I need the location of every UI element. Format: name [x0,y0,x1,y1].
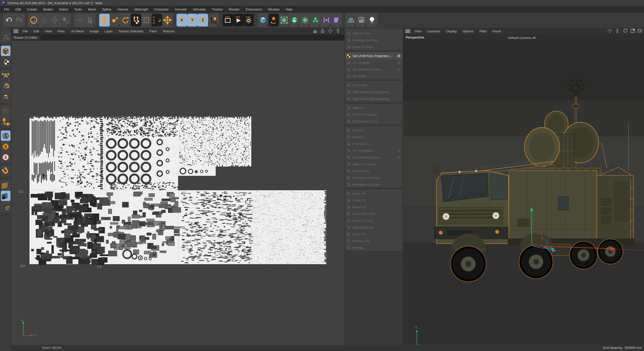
menu-file[interactable]: File [1,6,12,13]
uv-command-paste-uv[interactable]: Paste UV [345,197,402,204]
toggle-views-icon[interactable] [630,28,635,34]
uv-command-line-up-uv[interactable]: Line Up UV [345,140,402,147]
texture-mode-button[interactable] [1,57,10,67]
uv-menu-textures[interactable]: Textures [160,28,178,35]
lock-z-button[interactable]: Z [198,14,208,27]
axis-mode-button[interactable] [1,117,10,127]
transfer-axes-dim-button[interactable] [50,14,60,27]
snap-mode-button[interactable]: S [1,141,10,152]
uv-command-reset-uv[interactable]: Reset UV [345,204,402,210]
menu-tracker[interactable]: Tracker [209,6,226,13]
uv-menu-edit[interactable]: Edit [30,28,42,35]
menu-select[interactable]: Select [56,6,71,13]
menu-mesh[interactable]: Mesh [85,6,99,13]
gear-icon[interactable] [397,54,401,58]
menu-render[interactable]: Render [226,6,242,13]
uv-command-uv-peeler[interactable]: UV Peeler [345,82,402,89]
uv-command-flip-sequence[interactable]: Flip Sequence [345,224,402,231]
zoom-icon[interactable] [336,28,340,34]
model-mode-button[interactable] [1,46,10,56]
viewport-menu-panel[interactable]: Panel [490,28,504,35]
snap-magnet-button[interactable] [131,14,141,27]
uv-command-add-uv-pins[interactable]: Add UV Pins [345,30,402,37]
uv-command-uv-straighten[interactable]: UV Straighten... [345,147,402,154]
undo-button[interactable] [4,14,14,27]
uv-command-max-uv[interactable]: Max UV [345,104,402,111]
render-settings-button[interactable] [244,14,254,27]
uv-command-remap[interactable]: Remap... [345,244,402,251]
viewport-menu-hamburger-icon[interactable] [405,29,410,33]
uv-menu-texture-selection[interactable]: Texture Selection [116,28,146,35]
selection-frame-dim-button[interactable] [141,14,152,27]
uv-command-unstitch-uv[interactable]: Unstitch UV [345,168,402,174]
volume-builder-button[interactable] [310,14,321,27]
uv-menu-file[interactable]: File [20,28,30,35]
psr-button[interactable]: PSR [152,14,162,27]
field-button[interactable] [321,14,331,27]
uv-command-start-interactive-mapping[interactable]: Start Interactive Mapping [345,89,402,95]
workplane-mode-button[interactable] [1,106,10,116]
uv-menu-image[interactable]: Image [87,28,102,35]
gear-arrow-dim-button[interactable] [74,14,85,27]
uv-command-remove-uv-pins[interactable]: Remove UV Pins [345,37,402,44]
uv-command-cycle-uv-ccw[interactable]: Cycle UV CCW [345,210,402,217]
uv-command-copy-uv[interactable]: Copy UV [345,190,402,197]
lock-y-button[interactable]: Y [187,14,198,27]
uv-editor-canvas-area[interactable]: 0,1 0,0 1,0 V U [11,41,344,345]
live-selection-button[interactable] [28,14,39,27]
uv-menu-layer[interactable]: Layer [102,28,116,35]
menu-modes[interactable]: Modes [40,6,56,13]
uv-menu-uv-mesh[interactable]: UV Mesh [68,28,87,35]
color-dots-dim-button[interactable] [85,14,95,27]
points-mode-button[interactable] [1,70,10,81]
uv-command-set-uvw-from-projection[interactable]: Set UVW from Projection... [345,53,402,59]
pane-icon[interactable] [637,28,642,34]
viewport-3d-view[interactable]: Y Z X [403,41,644,345]
menu-extensions[interactable]: Extensions [243,6,265,13]
light-button[interactable] [367,14,377,27]
workplane-grid-button[interactable] [1,180,10,190]
menu-character[interactable]: Character [151,6,172,13]
uv-command-fit-canvas-to-uv[interactable]: Fit Canvas to UV [345,118,402,125]
snap-toggle-button[interactable]: S [1,131,10,141]
lock-icon[interactable] [320,28,325,34]
rotate-view-icon[interactable] [622,28,628,34]
polygons-mode-button[interactable] [1,92,10,102]
uv-command-mirror-u[interactable]: Mirror U [345,127,402,134]
uv-command-stop-interactive-mapping[interactable]: Stop Interactive Mapping [345,95,402,102]
uv-menu-view[interactable]: View [42,28,55,35]
palette-grip[interactable] [344,28,403,30]
spline-pen-button[interactable] [268,14,279,27]
zoom-icon[interactable] [615,28,620,34]
edges-mode-button[interactable] [1,81,10,91]
menu-animate[interactable]: Animate [172,6,190,13]
move-alt-button[interactable] [162,14,173,27]
deformer-button[interactable] [331,14,342,27]
viewport-menu-view[interactable]: View [412,28,424,35]
menu-edit[interactable]: Edit [12,6,24,13]
viewport-camera-label[interactable]: Default Camera [508,36,537,40]
uv-command-uv-weld[interactable]: UV Weld [345,73,402,80]
menu-help[interactable]: Help [282,6,296,13]
menu-volume[interactable]: Volume [114,6,131,13]
generator-button[interactable] [289,14,300,27]
uv-command-align-uv-islands[interactable]: Align UV Islands [345,161,402,168]
snap-settings-button[interactable]: S [1,152,10,162]
magnet-tool-button[interactable] [1,166,10,176]
viewport-menu-filter[interactable]: Filter [476,28,490,35]
uv-command-fit-uv-to-canvas[interactable]: Fit UV to Canvas [345,111,402,118]
scale-tool-button[interactable] [110,14,120,27]
menu-spline[interactable]: Spline [99,6,114,13]
histogram-icon[interactable] [312,28,318,34]
move-tool-button[interactable] [99,14,110,27]
gear-icon[interactable] [397,149,401,152]
uv-command-uv-weld-and-relax[interactable]: UV Weld and Relax... [345,66,402,73]
align-workplane-button[interactable] [1,201,10,212]
gear-icon[interactable] [397,156,401,159]
coordinate-system-button[interactable] [208,14,218,27]
uv-map-canvas[interactable] [30,116,326,265]
render-picture-viewer-button[interactable] [233,14,244,27]
menu-create[interactable]: Create [24,6,40,13]
modeling-object-button[interactable] [300,14,310,27]
uv-menu-hamburger-icon[interactable] [14,29,19,33]
